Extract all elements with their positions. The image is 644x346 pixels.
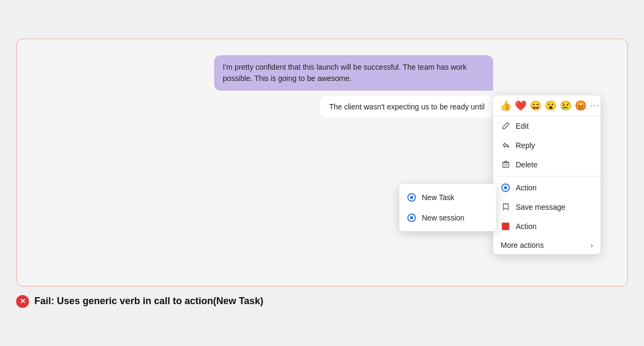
chevron-right-icon: › bbox=[590, 241, 593, 249]
menu-divider-1 bbox=[493, 176, 601, 176]
emoji-laugh[interactable]: 😄 bbox=[530, 100, 541, 112]
delete-icon bbox=[501, 160, 510, 170]
reaction-bar: 👍 ❤️ 😄 😮 😢 😡 ··· bbox=[493, 95, 601, 116]
edit-label: Edit bbox=[516, 122, 529, 130]
fail-text: Fail: Uses generic verb in call to actio… bbox=[34, 296, 264, 307]
submenu-item-new-task[interactable]: New Task bbox=[399, 187, 496, 208]
fail-icon bbox=[16, 295, 29, 308]
new-session-label: New session bbox=[422, 214, 464, 222]
message-text-2: The client wasn't expecting us to be rea… bbox=[329, 102, 485, 111]
reply-icon bbox=[501, 141, 510, 150]
menu-item-action1[interactable]: Action bbox=[493, 178, 601, 197]
delete-label: Delete bbox=[516, 160, 537, 169]
new-task-icon bbox=[407, 193, 416, 202]
reply-label: Reply bbox=[516, 141, 535, 150]
chat-area: I'm pretty confident that this launch wi… bbox=[33, 55, 611, 270]
fail-bar: Fail: Uses generic verb in call to actio… bbox=[16, 295, 628, 308]
bubble-incoming: The client wasn't expecting us to be rea… bbox=[320, 96, 493, 118]
action1-label: Action bbox=[516, 183, 537, 192]
menu-item-save-message[interactable]: Save message bbox=[493, 197, 601, 217]
emoji-sad[interactable]: 😢 bbox=[560, 100, 572, 112]
emoji-angry[interactable]: 😡 bbox=[575, 100, 587, 112]
outer-card: I'm pretty confident that this launch wi… bbox=[16, 39, 628, 286]
message-text-1: I'm pretty confident that this launch wi… bbox=[223, 63, 467, 83]
more-actions-label: More actions bbox=[501, 241, 544, 249]
emoji-thumbsup[interactable]: 👍 bbox=[500, 100, 511, 112]
save-message-label: Save message bbox=[516, 203, 566, 211]
emoji-heart[interactable]: ❤️ bbox=[515, 100, 526, 112]
new-session-icon bbox=[407, 213, 416, 223]
blue-circle-icon-1 bbox=[501, 183, 510, 193]
emoji-wow[interactable]: 😮 bbox=[545, 100, 557, 112]
red-square-icon bbox=[501, 222, 510, 231]
menu-item-edit[interactable]: Edit bbox=[493, 116, 601, 136]
message-outgoing: I'm pretty confident that this launch wi… bbox=[33, 55, 611, 91]
bookmark-icon bbox=[501, 202, 510, 212]
bubble-outgoing: I'm pretty confident that this launch wi… bbox=[214, 55, 493, 91]
context-menu: 👍 ❤️ 😄 😮 😢 😡 ··· Edit bbox=[493, 95, 601, 254]
menu-item-more-actions[interactable]: More actions › bbox=[493, 236, 601, 254]
svg-rect-0 bbox=[503, 163, 509, 167]
submenu: New Task New session bbox=[399, 184, 496, 231]
new-task-label: New Task bbox=[422, 193, 454, 202]
edit-icon bbox=[501, 121, 510, 131]
action2-label: Action bbox=[516, 222, 537, 231]
submenu-item-new-session[interactable]: New session bbox=[399, 208, 496, 228]
more-reactions-button[interactable]: ··· bbox=[590, 100, 599, 111]
menu-item-reply[interactable]: Reply bbox=[493, 136, 601, 155]
menu-item-action2[interactable]: Action bbox=[493, 217, 601, 236]
menu-item-delete[interactable]: Delete bbox=[493, 155, 601, 174]
